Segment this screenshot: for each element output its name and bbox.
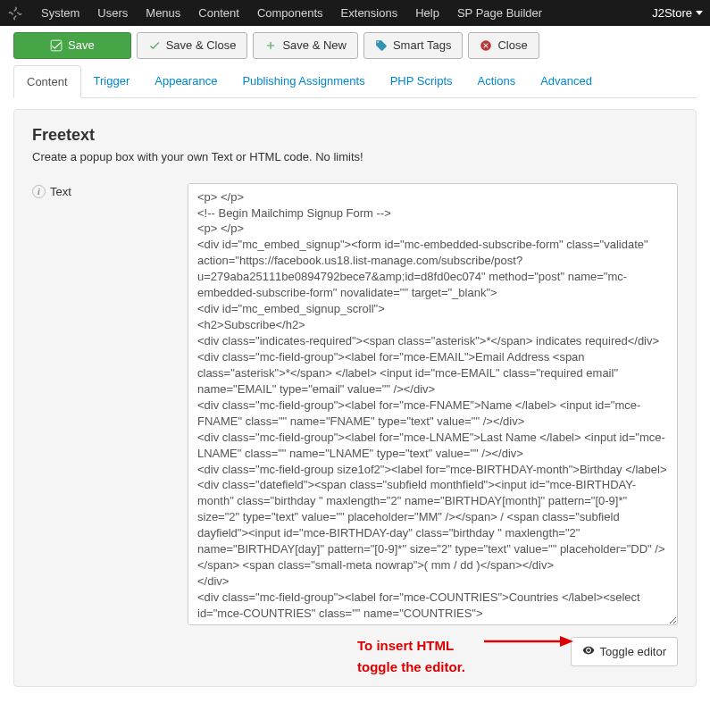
text-field-row: i Text To insert HTML toggle the editor. — [32, 183, 678, 666]
editor-footer: To insert HTML toggle the editor. Toggle… — [188, 637, 678, 666]
tab-actions[interactable]: Actions — [465, 65, 529, 97]
menu-help[interactable]: Help — [406, 6, 448, 20]
close-button[interactable]: Close — [468, 32, 539, 59]
content-area: Freetext Create a popup box with your ow… — [0, 98, 710, 705]
eye-icon — [582, 644, 595, 659]
toggle-editor-label: Toggle editor — [600, 645, 666, 658]
apply-icon — [50, 39, 63, 52]
menu-content[interactable]: Content — [189, 6, 248, 20]
callout-line2: toggle the editor. — [357, 657, 465, 678]
joomla-icon[interactable] — [7, 5, 23, 21]
panel-description: Create a popup box with your own Text or… — [32, 150, 678, 163]
menu-menus[interactable]: Menus — [137, 6, 189, 20]
action-toolbar: Save Save & Close Save & New Smart Tags … — [0, 26, 710, 65]
caret-down-icon — [696, 11, 703, 15]
smart-tags-button[interactable]: Smart Tags — [363, 32, 464, 59]
text-field-label-wrap: i Text — [32, 183, 175, 666]
menu-components[interactable]: Components — [248, 6, 332, 20]
menu-sp-page-builder[interactable]: SP Page Builder — [448, 6, 551, 20]
check-icon — [148, 39, 161, 52]
menu-system[interactable]: System — [32, 6, 88, 20]
menu-users[interactable]: Users — [88, 6, 137, 20]
save-close-label: Save & Close — [166, 38, 237, 53]
html-code-editor[interactable] — [188, 183, 678, 625]
smart-tags-label: Smart Tags — [393, 38, 452, 53]
editor-wrap: To insert HTML toggle the editor. Toggle… — [188, 183, 678, 666]
panel-title: Freetext — [32, 126, 678, 145]
close-label: Close — [497, 38, 527, 53]
text-field-label: Text — [50, 185, 71, 198]
cancel-icon — [480, 39, 492, 52]
menu-extensions[interactable]: Extensions — [332, 6, 407, 20]
svg-rect-0 — [51, 40, 62, 51]
freetext-panel: Freetext Create a popup box with your ow… — [13, 109, 697, 687]
info-icon[interactable]: i — [32, 185, 46, 198]
callout-annotation: To insert HTML toggle the editor. — [357, 635, 465, 678]
save-button[interactable]: Save — [13, 32, 131, 59]
save-close-button[interactable]: Save & Close — [137, 32, 248, 59]
tag-icon — [375, 39, 388, 52]
tab-list: Content Trigger Appearance Publishing As… — [13, 65, 697, 98]
svg-marker-3 — [560, 636, 573, 647]
tab-php-scripts[interactable]: PHP Scripts — [378, 65, 465, 97]
tab-publishing-assignments[interactable]: Publishing Assignments — [230, 65, 377, 97]
toggle-editor-button[interactable]: Toggle editor — [571, 637, 678, 666]
tab-trigger[interactable]: Trigger — [81, 65, 143, 97]
save-label: Save — [68, 38, 95, 53]
callout-line1: To insert HTML — [357, 635, 465, 657]
brand-dropdown[interactable]: J2Store — [652, 6, 703, 20]
admin-topbar: System Users Menus Content Components Ex… — [0, 0, 710, 26]
plus-icon — [264, 39, 277, 52]
tab-appearance[interactable]: Appearance — [142, 65, 230, 97]
save-new-button[interactable]: Save & New — [253, 32, 358, 59]
tab-content[interactable]: Content — [13, 65, 81, 98]
tabs-container: Content Trigger Appearance Publishing As… — [0, 65, 710, 98]
arrow-icon — [484, 632, 573, 650]
brand-label: J2Store — [652, 6, 692, 20]
save-new-label: Save & New — [282, 38, 347, 53]
tab-advanced[interactable]: Advanced — [528, 65, 605, 97]
